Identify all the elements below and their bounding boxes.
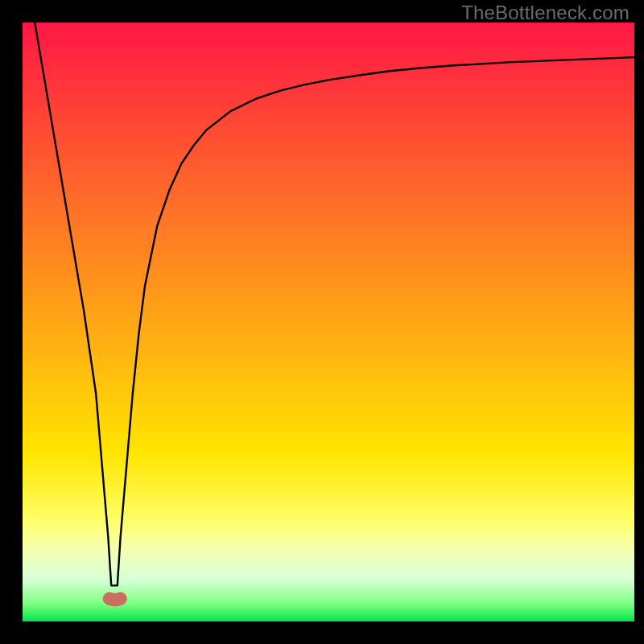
optimal-zone-marker xyxy=(109,599,121,600)
watermark-text: TheBottleneck.com xyxy=(461,2,630,24)
plot-background xyxy=(23,23,634,621)
chart-svg xyxy=(0,0,644,644)
chart-canvas: TheBottleneck.com xyxy=(0,0,644,644)
